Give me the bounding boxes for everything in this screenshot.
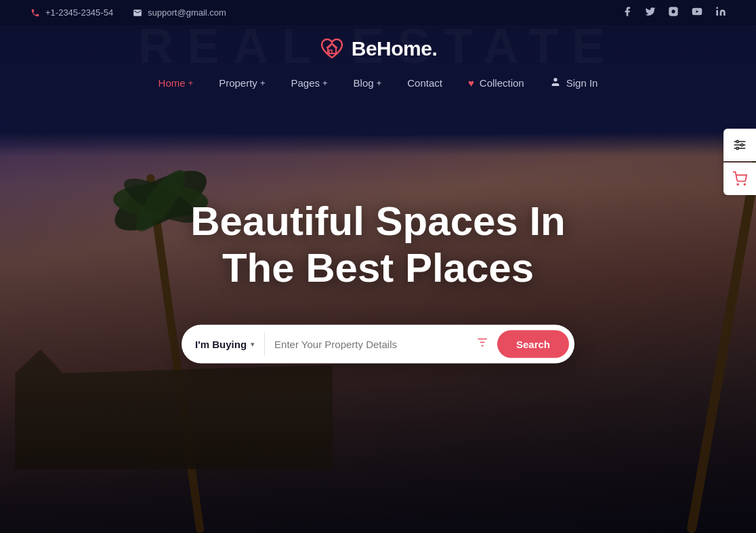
nav-collection[interactable]: ♥ Collection <box>468 77 524 89</box>
hero-title: Beautiful Spaces In The Best Places <box>141 197 615 291</box>
nav-property[interactable]: Property + <box>219 77 265 89</box>
header: +1-2345-2345-54 support@gmail.com <box>0 0 756 156</box>
cart-icon <box>732 171 747 186</box>
heart-icon: ♥ <box>468 77 474 89</box>
phone-icon <box>30 7 41 18</box>
svg-point-20 <box>736 147 738 149</box>
svg-point-27 <box>737 184 738 185</box>
phone-text: +1-2345-2345-54 <box>45 7 113 18</box>
email-text: support@gmail.com <box>148 7 226 18</box>
dropdown-arrow-icon: ▾ <box>251 339 255 348</box>
nav-blog[interactable]: Blog + <box>354 77 382 89</box>
cart-panel-button[interactable] <box>723 163 756 195</box>
sliders-icon <box>733 138 747 152</box>
phone-contact: +1-2345-2345-54 <box>30 7 113 18</box>
buying-label: I'm Buying <box>195 338 247 349</box>
logo-text: BeHome. <box>352 37 438 60</box>
search-bar: I'm Buying ▾ Search <box>182 324 574 363</box>
logo: BeHome. <box>319 36 438 62</box>
main-navigation: Home + Property + Pages + Blog + Contact… <box>0 70 756 102</box>
twitter-link[interactable] <box>645 6 656 19</box>
nav-pages[interactable]: Pages + <box>291 77 327 89</box>
svg-point-28 <box>744 184 745 185</box>
instagram-link[interactable] <box>668 6 679 19</box>
email-contact: support@gmail.com <box>132 7 226 18</box>
hero-content: Beautiful Spaces In The Best Places I'm … <box>141 197 615 363</box>
search-button[interactable]: Search <box>497 330 569 358</box>
svg-point-13 <box>716 7 718 9</box>
svg-point-19 <box>741 144 743 146</box>
top-info-bar: +1-2345-2345-54 support@gmail.com <box>0 0 756 25</box>
youtube-link[interactable] <box>691 6 703 19</box>
search-input-container <box>265 333 476 355</box>
svg-point-18 <box>736 140 738 142</box>
linkedin-link[interactable] <box>715 6 726 19</box>
search-input[interactable] <box>274 338 466 349</box>
svg-point-14 <box>553 78 557 81</box>
buying-dropdown[interactable]: I'm Buying ▾ <box>195 333 265 355</box>
right-panel <box>723 129 756 195</box>
sliders-panel-button[interactable] <box>723 129 756 161</box>
nav-curve <box>0 102 756 135</box>
nav-home[interactable]: Home + <box>159 77 194 89</box>
contact-info: +1-2345-2345-54 support@gmail.com <box>30 7 226 18</box>
facebook-link[interactable] <box>622 6 633 19</box>
filter-icon[interactable] <box>476 335 489 352</box>
email-icon <box>132 7 143 18</box>
logo-area: REAL ESTATE BeHome. <box>0 25 756 70</box>
nav-signin[interactable]: Sign In <box>550 77 598 89</box>
social-links <box>622 6 726 19</box>
user-icon <box>550 77 561 89</box>
logo-icon <box>319 36 345 62</box>
svg-rect-12 <box>716 10 718 16</box>
nav-contact[interactable]: Contact <box>407 77 442 89</box>
